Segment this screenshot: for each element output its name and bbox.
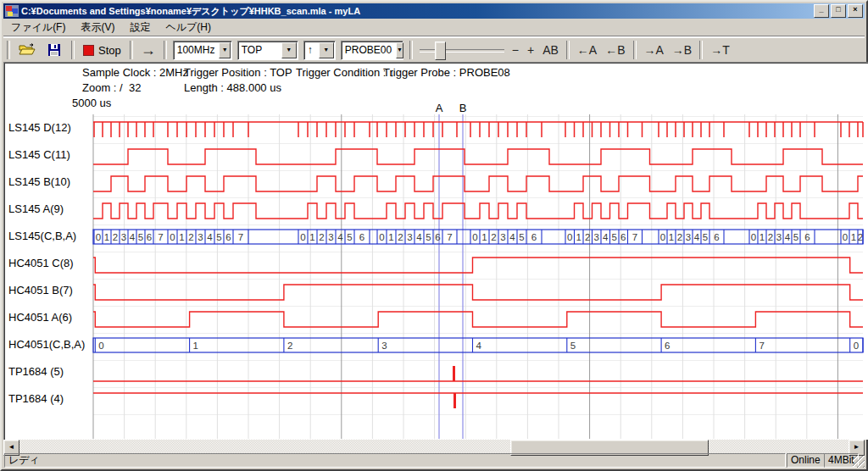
sample-clock-value: 100MHz <box>174 44 219 56</box>
sample-clock-info: Sample Clock : 2MHz <box>82 66 188 79</box>
set-cursor-b-button[interactable]: →B <box>668 40 696 60</box>
stop-icon <box>83 45 94 56</box>
window-title: C:¥Documents and Settings¥noname¥デスクトップ¥… <box>21 5 812 18</box>
channel-label[interactable]: HC4051 B(7) <box>8 284 93 299</box>
trigger-condition-info: Trigger Condition : ↓ <box>296 66 395 79</box>
menubar: ファイル(F) 表示(V) 設定 ヘルプ(H) <box>3 19 865 36</box>
toolbar-separator <box>633 41 637 59</box>
channel-label[interactable]: LS145 A(9) <box>8 202 93 218</box>
sample-clock-select[interactable]: 100MHz ▼ <box>173 41 232 60</box>
toolbar-separator <box>164 41 167 59</box>
statusbar: レディ Online 4MBit <box>3 452 865 468</box>
channel-label[interactable]: TP1684 (4) <box>8 392 93 407</box>
trigger-position-select[interactable]: TOP ▼ <box>237 41 298 60</box>
goto-trigger-button[interactable]: →T <box>706 40 734 60</box>
zoom-info: Zoom : / 32 <box>82 81 141 94</box>
toolbar-separator <box>566 41 570 59</box>
toolbar-separator <box>7 41 10 59</box>
toolbar-separator <box>130 41 133 59</box>
goto-cursor-a-button[interactable]: ←A <box>573 40 601 60</box>
probe-select[interactable]: PROBE00 ▼ <box>341 41 403 60</box>
zoom-slider-handle[interactable] <box>435 42 446 60</box>
trigger-edge-value: ↑ <box>304 44 318 56</box>
waveform-client-area[interactable]: Sample Clock : 2MHz Trigger Position : T… <box>3 62 868 440</box>
online-status-badge: Online <box>787 453 825 468</box>
menu-help[interactable]: ヘルプ(H) <box>158 19 219 36</box>
time-scale-label: 5000 us <box>72 97 111 109</box>
app-icon <box>5 5 19 17</box>
run-button[interactable]: → <box>136 40 160 60</box>
menu-file[interactable]: ファイル(F) <box>3 19 73 36</box>
menu-view[interactable]: 表示(V) <box>73 19 122 36</box>
stop-button[interactable]: Stop <box>78 40 126 60</box>
channel-label[interactable]: LS145 D(12) <box>8 121 93 136</box>
channel-label[interactable]: LS145 C(11) <box>8 148 93 163</box>
chevron-down-icon[interactable]: ▼ <box>219 42 230 58</box>
channel-label[interactable]: HC4051 C(8) <box>8 257 93 272</box>
resize-grip[interactable] <box>853 456 865 468</box>
goto-cursor-b-button[interactable]: ←B <box>601 40 629 60</box>
set-cursor-a-button[interactable]: →A <box>640 40 668 60</box>
chevron-down-icon[interactable]: ▼ <box>281 42 297 58</box>
titlebar[interactable]: C:¥Documents and Settings¥noname¥デスクトップ¥… <box>3 3 865 19</box>
chevron-down-icon[interactable]: ▼ <box>319 42 334 58</box>
open-folder-icon <box>19 43 36 57</box>
menu-settings[interactable]: 設定 <box>122 19 158 36</box>
channel-label[interactable]: HC4051 A(6) <box>8 311 93 326</box>
trigger-position-value: TOP <box>238 44 281 56</box>
status-message: レディ <box>4 453 786 468</box>
toolbar-separator <box>699 41 703 59</box>
length-info: Length : 488.000 us <box>184 81 281 94</box>
toolbar-separator <box>409 41 413 59</box>
channel-label[interactable]: TP1684 (5) <box>8 365 93 380</box>
chevron-down-icon[interactable]: ▼ <box>396 42 403 58</box>
stop-label: Stop <box>98 44 121 57</box>
toolbar: Stop → 100MHz ▼ TOP ▼ ↑ ▼ PROBE00 ▼ − + … <box>3 37 865 62</box>
channel-label[interactable]: LS145 B(10) <box>8 175 93 191</box>
trigger-edge-select[interactable]: ↑ ▼ <box>303 41 336 60</box>
channel-label[interactable]: HC4051(C,B,A) <box>8 338 93 353</box>
cursor-b-label[interactable]: B <box>457 102 469 114</box>
trigger-probe-info: Trigger Probe : PROBE08 <box>383 66 510 79</box>
cursor-a-label[interactable]: A <box>433 102 445 114</box>
probe-value: PROBE00 <box>342 44 395 56</box>
channel-label[interactable]: LS145(C,B,A) <box>8 230 93 245</box>
save-floppy-icon <box>47 43 61 57</box>
trigger-position-info: Trigger Position : TOP <box>184 66 292 79</box>
close-button[interactable]: × <box>848 4 863 18</box>
zoom-out-button[interactable]: − <box>508 40 523 60</box>
zoom-slider[interactable] <box>420 40 504 60</box>
save-button[interactable] <box>41 40 68 60</box>
open-file-button[interactable] <box>14 40 41 60</box>
zoom-slider-track <box>420 49 504 53</box>
app-window: C:¥Documents and Settings¥noname¥デスクトップ¥… <box>0 0 868 471</box>
zoom-in-button[interactable]: + <box>523 40 538 60</box>
maximize-button[interactable]: □ <box>831 4 846 18</box>
minimize-button[interactable]: _ <box>814 4 829 18</box>
toolbar-separator <box>71 41 75 59</box>
ab-button[interactable]: AB <box>538 40 563 60</box>
